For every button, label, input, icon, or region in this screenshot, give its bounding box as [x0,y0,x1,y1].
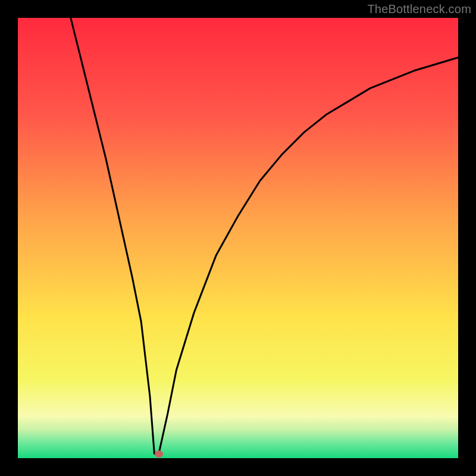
chart-frame: TheBottleneck.com [0,0,476,476]
minimum-marker [155,450,163,458]
watermark-text: TheBottleneck.com [367,2,471,16]
curve-line [18,18,458,458]
plot-area [18,18,458,458]
